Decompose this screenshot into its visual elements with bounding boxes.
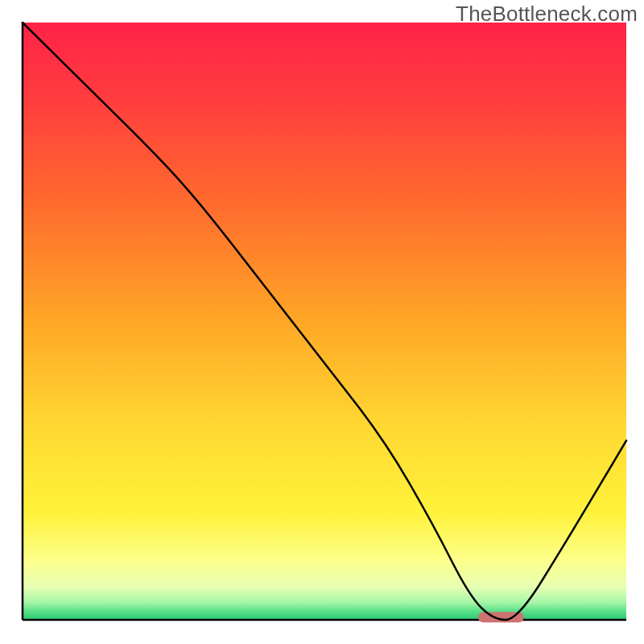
chart-frame: TheBottleneck.com xyxy=(0,0,644,644)
bottleneck-chart xyxy=(0,0,644,644)
